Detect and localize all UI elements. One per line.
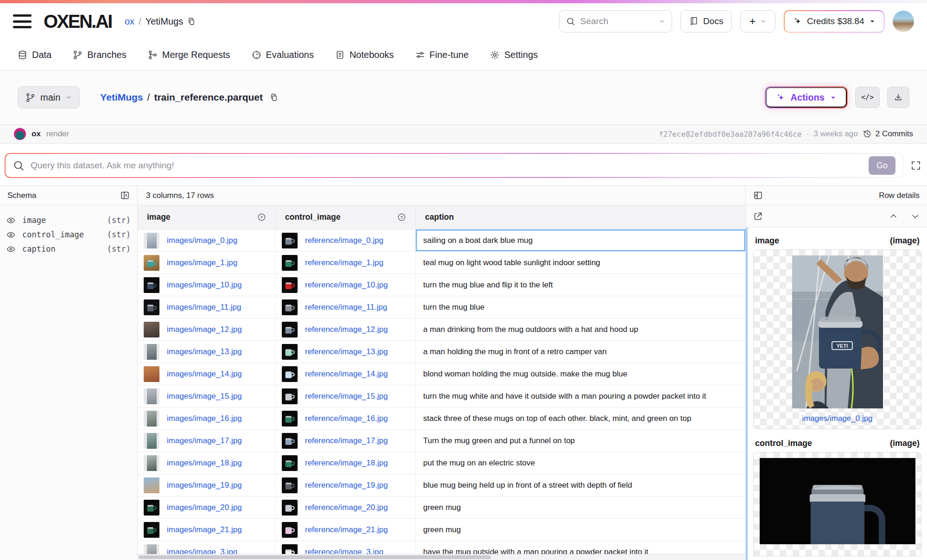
hamburger-menu-icon[interactable] bbox=[13, 14, 32, 28]
image-thumbnail[interactable] bbox=[144, 433, 159, 449]
control-image-thumbnail[interactable] bbox=[282, 455, 298, 471]
control-image-file-link[interactable]: reference/image_11.jpg bbox=[305, 303, 387, 312]
cell-caption[interactable]: green mug bbox=[416, 496, 745, 518]
image-file-link[interactable]: images/image_12.jpg bbox=[167, 325, 242, 334]
control-image-thumbnail[interactable] bbox=[282, 388, 298, 404]
image-thumbnail[interactable] bbox=[144, 411, 159, 426]
image-thumbnail[interactable] bbox=[144, 500, 159, 515]
help-icon[interactable]: ? bbox=[397, 213, 406, 222]
image-file-link[interactable]: images/image_1.jpg bbox=[167, 258, 237, 267]
tab-data[interactable]: Data bbox=[18, 50, 51, 60]
image-thumbnail[interactable] bbox=[144, 522, 159, 538]
control-image-file-link[interactable]: reference/image_16.jpg bbox=[305, 414, 388, 423]
tab-merge-requests[interactable]: Merge Requests bbox=[148, 50, 230, 60]
oxen-logo[interactable]: OXEN.AI bbox=[44, 11, 112, 32]
cell-caption[interactable]: a man holding the mug in front of a retr… bbox=[416, 341, 745, 363]
control-image-thumbnail[interactable] bbox=[282, 277, 298, 293]
actions-button[interactable]: Actions bbox=[766, 87, 847, 108]
image-file-link[interactable]: images/image_18.jpg bbox=[167, 458, 242, 468]
cell-caption[interactable]: turn the mug blue bbox=[416, 296, 745, 318]
cell-caption[interactable]: turn the mug blue and flip it to the lef… bbox=[416, 274, 745, 296]
image-thumbnail[interactable] bbox=[144, 233, 159, 248]
cell-caption[interactable]: a man drinking from the mug outdoors wit… bbox=[416, 318, 745, 340]
eye-icon[interactable] bbox=[6, 245, 15, 254]
cell-caption[interactable]: teal mug on light wood table sunlight in… bbox=[416, 252, 745, 274]
image-thumbnail[interactable] bbox=[144, 277, 159, 293]
code-button[interactable]: </> bbox=[855, 87, 880, 108]
copy-icon[interactable] bbox=[187, 17, 196, 25]
previous-row-icon[interactable] bbox=[889, 212, 898, 221]
image-file-link[interactable]: images/image_0.jpg bbox=[167, 236, 237, 245]
detail-image-link[interactable]: images/image_0.jpg bbox=[802, 414, 872, 423]
control-image-thumbnail[interactable] bbox=[282, 344, 298, 360]
tab-fine-tune[interactable]: Fine-tune bbox=[415, 50, 469, 60]
control-image-file-link[interactable]: reference/image_12.jpg bbox=[305, 325, 388, 334]
copy-icon[interactable] bbox=[270, 93, 278, 102]
control-image-thumbnail[interactable] bbox=[282, 500, 298, 515]
image-thumbnail[interactable] bbox=[144, 255, 159, 271]
control-image-thumbnail[interactable] bbox=[282, 522, 298, 538]
go-button[interactable]: Go bbox=[869, 156, 895, 175]
control-image-thumbnail[interactable] bbox=[282, 366, 298, 382]
commits-link[interactable]: 2 Commits bbox=[863, 129, 913, 139]
tab-settings[interactable]: Settings bbox=[490, 50, 538, 60]
image-thumbnail[interactable] bbox=[144, 322, 159, 337]
image-file-link[interactable]: images/image_20.jpg bbox=[167, 503, 242, 512]
control-image-file-link[interactable]: reference/image_15.jpg bbox=[305, 392, 388, 401]
control-image-thumbnail[interactable] bbox=[282, 255, 298, 271]
tab-evaluations[interactable]: Evaluations bbox=[252, 50, 314, 60]
docs-button[interactable]: Docs bbox=[680, 10, 732, 32]
cell-caption[interactable]: blue mug being held up in front of a str… bbox=[416, 474, 745, 496]
control-image-thumbnail[interactable] bbox=[282, 299, 298, 315]
image-file-link[interactable]: images/image_21.jpg bbox=[167, 525, 242, 535]
image-file-link[interactable]: images/image_13.jpg bbox=[167, 347, 242, 356]
open-in-new-icon[interactable] bbox=[753, 211, 763, 221]
cell-caption[interactable]: blond woman holding the mug outside. mak… bbox=[416, 363, 745, 385]
branch-selector[interactable]: main bbox=[18, 86, 80, 108]
control-image-file-link[interactable]: reference/image_21.jpg bbox=[305, 525, 388, 535]
cell-caption[interactable]: put the mug on an electric stove bbox=[416, 452, 745, 474]
control-image-thumbnail[interactable] bbox=[282, 233, 298, 248]
image-file-link[interactable]: images/image_17.jpg bbox=[167, 436, 242, 445]
fullscreen-icon[interactable] bbox=[910, 160, 921, 171]
breadcrumb-owner-link[interactable]: ox bbox=[125, 16, 134, 27]
cell-caption[interactable]: turn the mug white and have it outside w… bbox=[416, 385, 745, 407]
repo-link[interactable]: YetiMugs bbox=[100, 92, 143, 103]
control-image-thumbnail[interactable] bbox=[282, 322, 298, 337]
control-image-file-link[interactable]: reference/image_10.jpg bbox=[305, 280, 388, 290]
image-thumbnail[interactable] bbox=[144, 366, 159, 382]
control-image-file-link[interactable]: reference/image_1.jpg bbox=[305, 258, 383, 267]
control-image-file-link[interactable]: reference/image_14.jpg bbox=[305, 369, 388, 379]
image-thumbnail[interactable] bbox=[144, 477, 159, 493]
image-thumbnail[interactable] bbox=[144, 388, 159, 404]
image-file-link[interactable]: images/image_10.jpg bbox=[167, 280, 242, 290]
control-image-file-link[interactable]: reference/image_18.jpg bbox=[305, 458, 388, 468]
image-thumbnail[interactable] bbox=[144, 344, 159, 360]
control-image-file-link[interactable]: reference/image_20.jpg bbox=[305, 503, 388, 512]
eye-icon[interactable] bbox=[6, 216, 15, 225]
search-input[interactable]: Search bbox=[559, 10, 672, 32]
image-file-link[interactable]: images/image_15.jpg bbox=[167, 392, 242, 401]
tab-notebooks[interactable]: Notebooks bbox=[335, 50, 394, 60]
image-file-link[interactable]: images/image_16.jpg bbox=[167, 414, 242, 423]
image-file-link[interactable]: images/image_14.jpg bbox=[167, 369, 242, 379]
download-button[interactable] bbox=[887, 87, 909, 108]
credits-button[interactable]: Credits $38.84 bbox=[785, 11, 884, 32]
user-avatar[interactable] bbox=[893, 11, 914, 32]
eye-icon[interactable] bbox=[6, 230, 15, 239]
cell-caption[interactable]: Turn the mug green and put a funnel on t… bbox=[416, 430, 745, 452]
control-image-thumbnail[interactable] bbox=[282, 411, 298, 426]
tab-branches[interactable]: Branches bbox=[73, 50, 127, 60]
control-image-file-link[interactable]: reference/image_13.jpg bbox=[305, 347, 388, 356]
collapse-panel-icon[interactable] bbox=[120, 191, 130, 200]
control-image-file-link[interactable]: reference/image_17.jpg bbox=[305, 436, 388, 445]
query-input[interactable]: Query this dataset. Ask me anything! Go bbox=[6, 154, 903, 177]
image-file-link[interactable]: images/image_19.jpg bbox=[167, 481, 242, 490]
cell-caption-selected[interactable]: sailing on a boat dark blue mug bbox=[416, 229, 745, 251]
image-file-link[interactable]: images/image_11.jpg bbox=[167, 303, 241, 312]
horizontal-scrollbar[interactable] bbox=[138, 554, 745, 560]
image-thumbnail[interactable] bbox=[144, 455, 159, 471]
help-icon[interactable]: ? bbox=[257, 213, 266, 222]
add-button[interactable]: + bbox=[740, 10, 775, 32]
expand-panel-icon[interactable] bbox=[753, 191, 763, 200]
